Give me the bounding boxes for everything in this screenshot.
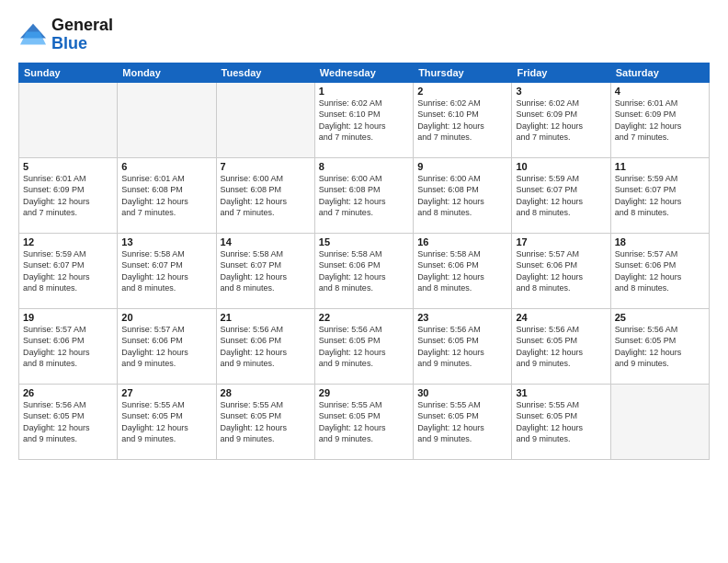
calendar-cell: 1Sunrise: 6:02 AM Sunset: 6:10 PM Daylig… bbox=[314, 82, 413, 157]
day-info: Sunrise: 5:56 AM Sunset: 6:05 PM Dayligh… bbox=[615, 324, 705, 370]
day-number: 14 bbox=[221, 236, 311, 247]
day-number: 28 bbox=[221, 387, 311, 398]
day-number: 30 bbox=[417, 387, 507, 398]
day-number: 15 bbox=[319, 236, 409, 247]
day-info: Sunrise: 5:55 AM Sunset: 6:05 PM Dayligh… bbox=[319, 399, 409, 445]
calendar-cell bbox=[19, 82, 118, 157]
day-number: 9 bbox=[417, 161, 507, 172]
day-info: Sunrise: 6:02 AM Sunset: 6:10 PM Dayligh… bbox=[319, 98, 409, 144]
calendar-cell: 29Sunrise: 5:55 AM Sunset: 6:05 PM Dayli… bbox=[314, 384, 413, 459]
weekday-header-saturday: Saturday bbox=[610, 63, 709, 82]
day-number: 8 bbox=[319, 161, 409, 172]
svg-marker-2 bbox=[20, 31, 46, 44]
day-info: Sunrise: 5:56 AM Sunset: 6:05 PM Dayligh… bbox=[23, 399, 113, 445]
day-info: Sunrise: 5:56 AM Sunset: 6:06 PM Dayligh… bbox=[221, 324, 311, 370]
calendar-cell: 12Sunrise: 5:59 AM Sunset: 6:07 PM Dayli… bbox=[19, 233, 118, 308]
logo: General Blue bbox=[18, 17, 113, 53]
calendar-cell: 16Sunrise: 5:58 AM Sunset: 6:06 PM Dayli… bbox=[414, 233, 512, 308]
day-number: 2 bbox=[417, 86, 507, 97]
weekday-header-thursday: Thursday bbox=[414, 63, 512, 82]
logo-general: General bbox=[51, 16, 113, 34]
day-info: Sunrise: 6:00 AM Sunset: 6:08 PM Dayligh… bbox=[221, 173, 311, 219]
logo-text: General Blue bbox=[51, 17, 113, 53]
week-row-2: 5Sunrise: 6:01 AM Sunset: 6:09 PM Daylig… bbox=[19, 157, 710, 233]
day-info: Sunrise: 6:02 AM Sunset: 6:10 PM Dayligh… bbox=[417, 98, 507, 144]
day-number: 11 bbox=[615, 161, 705, 172]
page: General Blue SundayMondayTuesdayWednesda… bbox=[0, 0, 728, 563]
calendar-cell: 13Sunrise: 5:58 AM Sunset: 6:07 PM Dayli… bbox=[118, 233, 216, 308]
calendar-cell: 30Sunrise: 5:55 AM Sunset: 6:05 PM Dayli… bbox=[414, 384, 512, 459]
day-info: Sunrise: 5:59 AM Sunset: 6:07 PM Dayligh… bbox=[615, 173, 705, 219]
calendar-cell: 25Sunrise: 5:56 AM Sunset: 6:05 PM Dayli… bbox=[610, 308, 709, 384]
weekday-header-wednesday: Wednesday bbox=[314, 63, 413, 82]
day-info: Sunrise: 5:55 AM Sunset: 6:05 PM Dayligh… bbox=[417, 399, 507, 445]
calendar-cell: 9Sunrise: 6:00 AM Sunset: 6:08 PM Daylig… bbox=[414, 157, 512, 233]
calendar-cell: 2Sunrise: 6:02 AM Sunset: 6:10 PM Daylig… bbox=[414, 82, 512, 157]
day-number: 12 bbox=[23, 236, 113, 247]
weekday-header-tuesday: Tuesday bbox=[216, 63, 314, 82]
day-info: Sunrise: 5:56 AM Sunset: 6:05 PM Dayligh… bbox=[516, 324, 606, 370]
day-info: Sunrise: 5:55 AM Sunset: 6:05 PM Dayligh… bbox=[221, 399, 311, 445]
day-number: 17 bbox=[516, 236, 606, 247]
day-info: Sunrise: 6:01 AM Sunset: 6:09 PM Dayligh… bbox=[615, 98, 705, 144]
calendar-cell: 4Sunrise: 6:01 AM Sunset: 6:09 PM Daylig… bbox=[610, 82, 709, 157]
calendar-cell: 22Sunrise: 5:56 AM Sunset: 6:05 PM Dayli… bbox=[314, 308, 413, 384]
calendar-cell: 17Sunrise: 5:57 AM Sunset: 6:06 PM Dayli… bbox=[512, 233, 610, 308]
day-info: Sunrise: 5:58 AM Sunset: 6:07 PM Dayligh… bbox=[221, 248, 311, 294]
day-info: Sunrise: 5:59 AM Sunset: 6:07 PM Dayligh… bbox=[516, 173, 606, 219]
calendar-cell: 10Sunrise: 5:59 AM Sunset: 6:07 PM Dayli… bbox=[512, 157, 610, 233]
calendar-cell bbox=[118, 82, 216, 157]
calendar-cell: 15Sunrise: 5:58 AM Sunset: 6:06 PM Dayli… bbox=[314, 233, 413, 308]
day-number: 27 bbox=[121, 387, 211, 398]
weekday-header-sunday: Sunday bbox=[19, 63, 118, 82]
day-number: 21 bbox=[221, 312, 311, 323]
calendar: SundayMondayTuesdayWednesdayThursdayFrid… bbox=[18, 63, 710, 460]
calendar-cell: 3Sunrise: 6:02 AM Sunset: 6:09 PM Daylig… bbox=[512, 82, 610, 157]
weekday-header-friday: Friday bbox=[512, 63, 610, 82]
day-number: 10 bbox=[516, 161, 606, 172]
day-number: 22 bbox=[319, 312, 409, 323]
day-number: 3 bbox=[516, 86, 606, 97]
day-info: Sunrise: 6:02 AM Sunset: 6:09 PM Dayligh… bbox=[516, 98, 606, 144]
logo-blue: Blue bbox=[51, 34, 87, 52]
day-number: 24 bbox=[516, 312, 606, 323]
day-number: 29 bbox=[319, 387, 409, 398]
day-info: Sunrise: 5:55 AM Sunset: 6:05 PM Dayligh… bbox=[516, 399, 606, 445]
day-number: 16 bbox=[417, 236, 507, 247]
calendar-cell: 20Sunrise: 5:57 AM Sunset: 6:06 PM Dayli… bbox=[118, 308, 216, 384]
day-info: Sunrise: 5:57 AM Sunset: 6:06 PM Dayligh… bbox=[516, 248, 606, 294]
week-row-1: 1Sunrise: 6:02 AM Sunset: 6:10 PM Daylig… bbox=[19, 82, 710, 157]
calendar-cell: 14Sunrise: 5:58 AM Sunset: 6:07 PM Dayli… bbox=[216, 233, 314, 308]
week-row-4: 19Sunrise: 5:57 AM Sunset: 6:06 PM Dayli… bbox=[19, 308, 710, 384]
week-row-3: 12Sunrise: 5:59 AM Sunset: 6:07 PM Dayli… bbox=[19, 233, 710, 308]
calendar-cell: 21Sunrise: 5:56 AM Sunset: 6:06 PM Dayli… bbox=[216, 308, 314, 384]
calendar-cell: 11Sunrise: 5:59 AM Sunset: 6:07 PM Dayli… bbox=[610, 157, 709, 233]
day-info: Sunrise: 5:57 AM Sunset: 6:06 PM Dayligh… bbox=[615, 248, 705, 294]
calendar-cell: 31Sunrise: 5:55 AM Sunset: 6:05 PM Dayli… bbox=[512, 384, 610, 459]
day-info: Sunrise: 5:56 AM Sunset: 6:05 PM Dayligh… bbox=[319, 324, 409, 370]
calendar-cell bbox=[216, 82, 314, 157]
day-info: Sunrise: 5:58 AM Sunset: 6:06 PM Dayligh… bbox=[417, 248, 507, 294]
day-info: Sunrise: 6:01 AM Sunset: 6:08 PM Dayligh… bbox=[121, 173, 211, 219]
calendar-cell: 18Sunrise: 5:57 AM Sunset: 6:06 PM Dayli… bbox=[610, 233, 709, 308]
calendar-cell: 27Sunrise: 5:55 AM Sunset: 6:05 PM Dayli… bbox=[118, 384, 216, 459]
calendar-cell: 8Sunrise: 6:00 AM Sunset: 6:08 PM Daylig… bbox=[314, 157, 413, 233]
day-number: 6 bbox=[121, 161, 211, 172]
day-info: Sunrise: 5:56 AM Sunset: 6:05 PM Dayligh… bbox=[417, 324, 507, 370]
day-info: Sunrise: 5:58 AM Sunset: 6:07 PM Dayligh… bbox=[121, 248, 211, 294]
weekday-header-monday: Monday bbox=[118, 63, 216, 82]
calendar-cell: 5Sunrise: 6:01 AM Sunset: 6:09 PM Daylig… bbox=[19, 157, 118, 233]
day-info: Sunrise: 5:55 AM Sunset: 6:05 PM Dayligh… bbox=[121, 399, 211, 445]
day-info: Sunrise: 5:59 AM Sunset: 6:07 PM Dayligh… bbox=[23, 248, 113, 294]
calendar-cell: 24Sunrise: 5:56 AM Sunset: 6:05 PM Dayli… bbox=[512, 308, 610, 384]
day-number: 19 bbox=[23, 312, 113, 323]
logo-icon bbox=[18, 22, 48, 48]
day-number: 7 bbox=[221, 161, 311, 172]
day-info: Sunrise: 5:58 AM Sunset: 6:06 PM Dayligh… bbox=[319, 248, 409, 294]
calendar-cell: 7Sunrise: 6:00 AM Sunset: 6:08 PM Daylig… bbox=[216, 157, 314, 233]
day-info: Sunrise: 5:57 AM Sunset: 6:06 PM Dayligh… bbox=[121, 324, 211, 370]
calendar-cell bbox=[610, 384, 709, 459]
day-info: Sunrise: 5:57 AM Sunset: 6:06 PM Dayligh… bbox=[23, 324, 113, 370]
week-row-5: 26Sunrise: 5:56 AM Sunset: 6:05 PM Dayli… bbox=[19, 384, 710, 459]
day-number: 4 bbox=[615, 86, 705, 97]
